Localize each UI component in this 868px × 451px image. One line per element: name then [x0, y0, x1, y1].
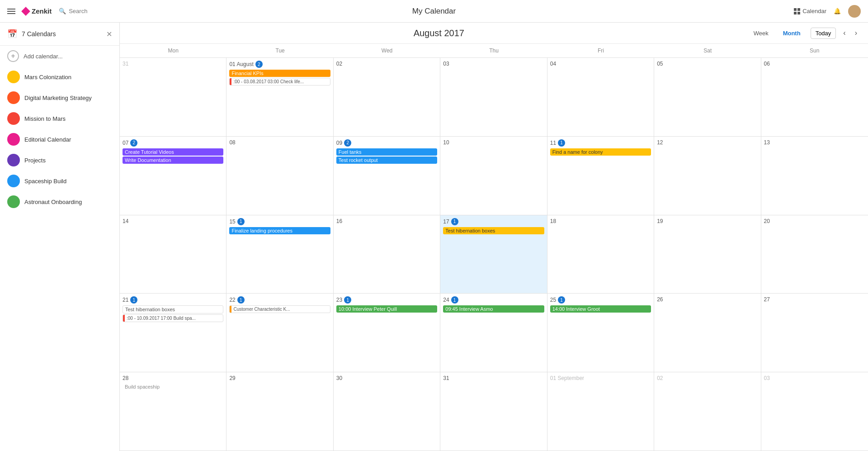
- event-block[interactable]: 14:00 Interview Groot: [550, 305, 651, 313]
- calendar-color-dot: [7, 91, 20, 104]
- day-cell[interactable]: 29: [226, 372, 333, 451]
- day-cell[interactable]: 28Build spaceship: [120, 372, 226, 451]
- event-block[interactable]: Test hibernation boxes: [123, 305, 223, 313]
- day-number: 231: [336, 296, 437, 304]
- sidebar-item-dig-mkt[interactable]: Digital Marketing Strategy: [0, 87, 119, 108]
- month-view-button[interactable]: Month: [778, 28, 805, 38]
- day-cell[interactable]: 05: [654, 58, 761, 136]
- week-view-button[interactable]: Week: [749, 28, 773, 38]
- day-cell[interactable]: 06: [761, 58, 868, 136]
- event-block[interactable]: Financial KPIs: [229, 70, 330, 77]
- search-area[interactable]: 🔍 Search: [59, 8, 87, 14]
- add-calendar-button[interactable]: + Add calendar...: [0, 46, 119, 66]
- day-cell[interactable]: 211Test hibernation boxes:00 - 10.09.201…: [120, 294, 226, 372]
- event-block[interactable]: :00 - 10.09.2017 17:00 Build spa...: [123, 314, 223, 322]
- day-cell[interactable]: 24109:45 Interview Asmo: [440, 294, 547, 372]
- day-cell[interactable]: 16: [334, 215, 440, 294]
- prev-month-button[interactable]: ‹: [841, 27, 847, 39]
- day-cell[interactable]: 03: [440, 58, 547, 136]
- sidebar-item-spaceship[interactable]: Spaceship Build: [0, 171, 119, 191]
- sidebar-item-mars-col[interactable]: Mars Colonization: [0, 66, 119, 87]
- event-count-badge: 1: [558, 296, 565, 304]
- day-header-sun: Sun: [761, 44, 868, 57]
- week-row: 072Create Tutorial VideosWrite Documenta…: [120, 137, 868, 215]
- day-number: 12: [657, 139, 758, 146]
- calendar-item-label: Digital Marketing Strategy: [24, 95, 92, 101]
- day-cell[interactable]: 04: [547, 58, 654, 136]
- add-calendar-label: Add calendar...: [24, 53, 63, 60]
- calendar-nav-item[interactable]: Calendar: [794, 8, 826, 14]
- event-block[interactable]: Build spaceship: [123, 383, 223, 390]
- day-cell[interactable]: 30: [334, 372, 440, 451]
- event-block[interactable]: Test hibernation boxes: [443, 227, 544, 234]
- sidebar-item-editorial[interactable]: Editorial Calendar: [0, 129, 119, 150]
- event-count-badge: 2: [344, 139, 351, 147]
- sidebar: 📅 7 Calendars ✕ + Add calendar... Mars C…: [0, 23, 120, 451]
- event-count-badge: 1: [558, 139, 565, 147]
- event-block[interactable]: 10:00 Interview Peter Quill: [336, 305, 437, 313]
- day-number: 28: [123, 375, 223, 381]
- avatar[interactable]: [848, 5, 861, 18]
- day-cell[interactable]: 01 August2Financial KPIs:00 - 03.08.2017…: [226, 58, 333, 136]
- event-block[interactable]: Write Documentation: [123, 157, 223, 164]
- day-cell[interactable]: 092Fuel tanksTest rocket output: [334, 137, 440, 215]
- day-number: 31: [443, 375, 544, 381]
- search-label: Search: [69, 8, 87, 14]
- event-block[interactable]: Create Tutorial Videos: [123, 148, 223, 156]
- today-button[interactable]: Today: [811, 28, 836, 39]
- day-cell[interactable]: 25114:00 Interview Groot: [547, 294, 654, 372]
- calendar-item-label: Spaceship Build: [24, 178, 66, 185]
- sidebar-item-projects[interactable]: Projects: [0, 150, 119, 171]
- next-month-button[interactable]: ›: [853, 27, 859, 39]
- week-row: 14151Finalize landing procedures16171Tes…: [120, 215, 868, 294]
- day-number: 16: [336, 218, 437, 224]
- event-block[interactable]: Find a name for colony: [550, 148, 651, 156]
- day-cell[interactable]: 10: [440, 137, 547, 215]
- day-cell[interactable]: 26: [654, 294, 761, 372]
- day-cell[interactable]: 31: [120, 58, 226, 136]
- day-cell[interactable]: 01 September: [547, 372, 654, 451]
- day-cell[interactable]: 13: [761, 137, 868, 215]
- day-cell[interactable]: 072Create Tutorial VideosWrite Documenta…: [120, 137, 226, 215]
- day-cell[interactable]: 20: [761, 215, 868, 294]
- day-cell[interactable]: 02: [654, 372, 761, 451]
- day-number: 19: [657, 218, 758, 224]
- calendar-item-label: Editorial Calendar: [24, 136, 71, 143]
- day-cell[interactable]: 19: [654, 215, 761, 294]
- day-cell[interactable]: 08: [226, 137, 333, 215]
- day-cell[interactable]: 171Test hibernation boxes: [440, 215, 547, 294]
- day-number: 02: [336, 61, 437, 67]
- day-number: 06: [764, 61, 865, 67]
- calendar-color-dot: [7, 71, 20, 83]
- day-number: 20: [764, 218, 865, 224]
- close-icon[interactable]: ✕: [106, 30, 112, 38]
- event-block[interactable]: Finalize landing procedures: [229, 227, 330, 234]
- day-number: 10: [443, 139, 544, 146]
- day-cell[interactable]: 111Find a name for colony: [547, 137, 654, 215]
- day-cell[interactable]: 18: [547, 215, 654, 294]
- event-block[interactable]: Fuel tanks: [336, 148, 437, 156]
- day-cell[interactable]: 27: [761, 294, 868, 372]
- day-cell[interactable]: 31: [440, 372, 547, 451]
- day-number: 111: [550, 139, 651, 147]
- calendar-icon: 📅: [7, 29, 17, 39]
- event-block[interactable]: 09:45 Interview Asmo: [443, 305, 544, 313]
- notification-bell[interactable]: 🔔: [834, 8, 841, 14]
- calendar-color-dot: [7, 133, 20, 146]
- day-cell[interactable]: 151Finalize landing procedures: [226, 215, 333, 294]
- sidebar-item-mission[interactable]: Mission to Mars: [0, 108, 119, 129]
- day-cell[interactable]: 23110:00 Interview Peter Quill: [334, 294, 440, 372]
- day-cell[interactable]: 221Customer Characteristic K...: [226, 294, 333, 372]
- brand-name: Zenkit: [32, 7, 52, 15]
- day-cell[interactable]: 14: [120, 215, 226, 294]
- event-block[interactable]: Test rocket output: [336, 157, 437, 164]
- day-headers-row: MonTueWedThuFriSatSun: [120, 44, 868, 58]
- day-cell[interactable]: 03: [761, 372, 868, 451]
- day-cell[interactable]: 12: [654, 137, 761, 215]
- event-block[interactable]: Customer Characteristic K...: [229, 305, 330, 313]
- sidebar-item-astronaut[interactable]: Astronaut Onboarding: [0, 191, 119, 212]
- hamburger-menu[interactable]: [7, 9, 15, 14]
- event-block[interactable]: :00 - 03.08.2017 03:00 Check life...: [229, 78, 330, 85]
- day-cell[interactable]: 02: [334, 58, 440, 136]
- cal-toolbar: August 2017 Week Month Today ‹ ›: [120, 23, 868, 44]
